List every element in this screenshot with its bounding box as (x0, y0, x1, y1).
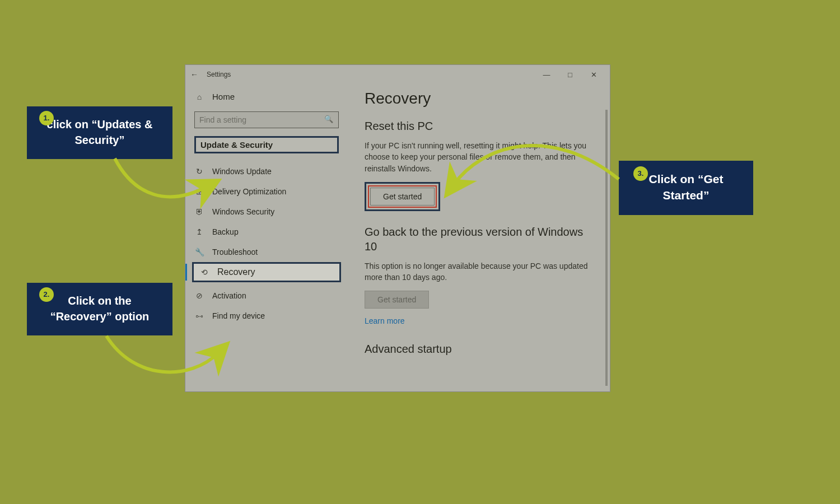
history-icon: ⟲ (199, 268, 209, 277)
location-icon: ⧟ (194, 311, 204, 320)
shield-icon: ⛨ (194, 207, 204, 216)
category-header-update-security: Update & Security (194, 136, 339, 153)
callout-2: 2. Click on the “Recovery” option (27, 283, 172, 335)
sidebar-item-backup[interactable]: ↥ Backup (185, 222, 348, 242)
scrollbar[interactable] (605, 110, 608, 386)
search-input[interactable] (194, 111, 339, 128)
sidebar-item-label: Windows Update (212, 167, 272, 176)
sidebar-item-home[interactable]: ⌂ Home (185, 87, 348, 106)
callout-badge: 3. (633, 166, 648, 181)
sidebar-item-label: Home (212, 92, 235, 101)
sidebar-item-label: Backup (212, 227, 239, 236)
section-heading-reset: Reset this PC (365, 119, 594, 133)
wrench-icon: 🔧 (194, 248, 204, 256)
refresh-icon: ↻ (194, 167, 204, 176)
reset-get-started-button[interactable]: Get started (370, 188, 435, 206)
sidebar-item-label: Recovery (217, 267, 255, 277)
annotation-highlight-get-started: Get started (365, 182, 440, 211)
sidebar-item-delivery-optimization[interactable]: ⊞ Delivery Optimization (185, 181, 348, 202)
callout-1: 1. click on “Updates & Security” (27, 106, 172, 159)
section-desc-goback: This option is no longer available becau… (365, 260, 589, 283)
callout-text: Click on the “Recovery” option (38, 293, 161, 324)
settings-window: ← Settings — □ ✕ ⌂ Home 🔍 Update & Secur… (185, 64, 610, 392)
sidebar-item-find-my-device[interactable]: ⧟ Find my device (185, 306, 348, 326)
sidebar-item-activation[interactable]: ⊘ Activation (185, 286, 348, 306)
sidebar-item-windows-update[interactable]: ↻ Windows Update (185, 161, 348, 181)
sidebar-item-label: Windows Security (212, 207, 274, 216)
sidebar-item-label: Activation (212, 291, 246, 300)
sidebar: ⌂ Home 🔍 Update & Security ↻ Windows Upd… (185, 84, 348, 391)
home-icon: ⌂ (194, 92, 204, 101)
sidebar-item-recovery[interactable]: ⟲ Recovery (192, 262, 341, 282)
sidebar-item-label: Find my device (212, 311, 265, 320)
check-circle-icon: ⊘ (194, 291, 204, 300)
back-icon[interactable]: ← (190, 70, 199, 79)
section-desc-reset: If your PC isn't running well, resetting… (365, 140, 589, 174)
sidebar-item-windows-security[interactable]: ⛨ Windows Security (185, 202, 348, 222)
goback-get-started-button: Get started (365, 291, 429, 309)
search-icon: 🔍 (324, 115, 333, 123)
minimize-button[interactable]: — (535, 71, 558, 79)
callout-text: click on “Updates & Security” (38, 116, 161, 148)
callout-badge: 2. (39, 287, 54, 302)
delivery-icon: ⊞ (194, 187, 204, 196)
callout-3: 3. Click on “Get Started” (619, 161, 753, 215)
sidebar-item-label: Delivery Optimization (212, 187, 286, 196)
section-heading-advanced: Advanced startup (365, 342, 594, 356)
learn-more-link[interactable]: Learn more (365, 316, 405, 325)
close-button[interactable]: ✕ (582, 71, 605, 79)
sidebar-item-label: Troubleshoot (212, 248, 258, 256)
window-title: Settings (207, 71, 231, 78)
callout-badge: 1. (39, 111, 54, 125)
backup-icon: ↥ (194, 227, 204, 236)
page-title: Recovery (365, 90, 594, 108)
maximize-button[interactable]: □ (558, 71, 582, 79)
sidebar-item-troubleshoot[interactable]: 🔧 Troubleshoot (185, 242, 348, 262)
titlebar: ← Settings — □ ✕ (185, 65, 610, 84)
section-heading-goback: Go back to the previous version of Windo… (365, 225, 594, 254)
main-content: Recovery Reset this PC If your PC isn't … (348, 84, 610, 391)
